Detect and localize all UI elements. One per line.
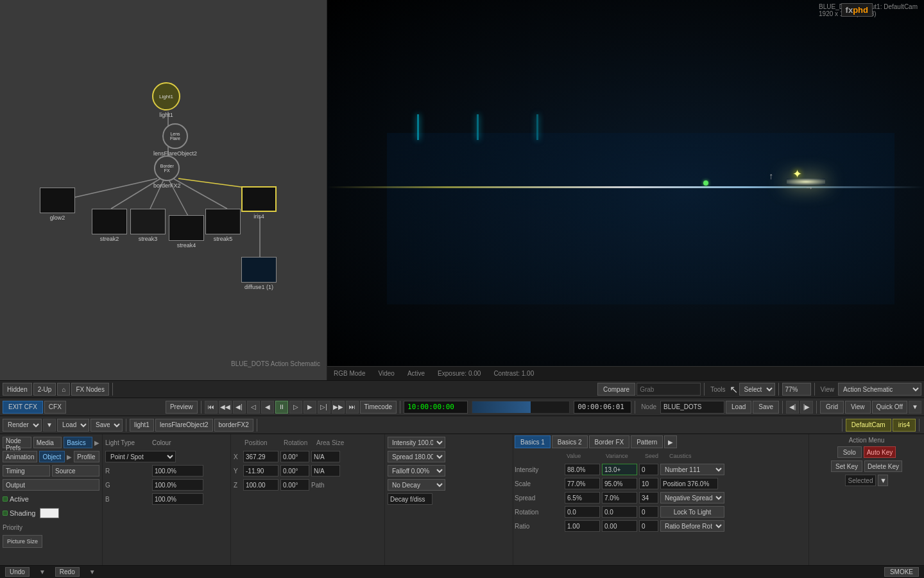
r-field[interactable]: [152, 465, 203, 477]
node-streak4[interactable]: streak4: [169, 215, 204, 249]
view-button[interactable]: View: [845, 401, 871, 414]
b-field[interactable]: [152, 493, 203, 505]
node-prefs-button[interactable]: Node Prefs: [3, 437, 31, 448]
y-rot-field[interactable]: [280, 465, 309, 477]
intensity-extra-dropdown[interactable]: Number 111: [660, 464, 724, 475]
x-pos-field[interactable]: [243, 451, 278, 462]
redo-button[interactable]: Redo: [55, 567, 80, 577]
transport-step-fwd[interactable]: ▷: [289, 401, 302, 414]
solo-button[interactable]: Solo: [837, 446, 862, 458]
nav-prev[interactable]: ◀|: [786, 401, 799, 414]
basics2-tab[interactable]: Basics 2: [552, 435, 588, 448]
z-rot-field[interactable]: [280, 479, 309, 491]
source-button[interactable]: Source: [52, 465, 99, 477]
intensity-dropdown[interactable]: Intensity 100.00%: [388, 437, 445, 448]
transport-end[interactable]: ⏭: [346, 401, 359, 414]
compare-button[interactable]: Compare: [597, 383, 635, 396]
transport-start[interactable]: ⏮: [205, 401, 218, 414]
selected-button[interactable]: Selected: [845, 475, 877, 486]
undo-dropdown-arrow[interactable]: ▼: [39, 568, 46, 575]
node-glow2[interactable]: glow2: [40, 188, 75, 221]
lensflare-tab[interactable]: lensFlareObject2: [155, 419, 213, 432]
home-button[interactable]: ⌂: [57, 383, 70, 396]
timeline-bar[interactable]: [472, 401, 570, 414]
ratio-seed-field[interactable]: [639, 520, 658, 532]
node-streak5[interactable]: streak5: [205, 209, 241, 242]
basics-more-button[interactable]: ▶: [664, 435, 677, 448]
spread-extra-dropdown[interactable]: Negative Spread: [660, 492, 724, 504]
falloff-dropdown[interactable]: Falloff 0.00%: [388, 465, 445, 477]
load-dropdown[interactable]: Load: [57, 419, 89, 432]
timecode-start-field[interactable]: [404, 401, 468, 414]
pattern-tab[interactable]: Pattern: [631, 435, 663, 448]
node-light1[interactable]: Light1 light1: [152, 82, 180, 118]
node-borderfx[interactable]: BorderFX borderFX2: [153, 155, 181, 189]
set-key-button[interactable]: Set Key: [831, 460, 862, 472]
ratio-extra-dropdown[interactable]: Ratio Before Rotati...: [660, 520, 724, 532]
iris4-tab[interactable]: iris4: [893, 419, 916, 432]
media-button[interactable]: Media: [33, 437, 62, 448]
scale-variance-field[interactable]: [602, 478, 637, 489]
ratio-value-field[interactable]: [565, 520, 600, 532]
z-pos-field[interactable]: [243, 479, 278, 491]
scene-arrow-up[interactable]: ↑: [769, 171, 773, 181]
border-fx-tab[interactable]: Border FX: [589, 435, 630, 448]
spread-value-field[interactable]: [565, 492, 600, 504]
auto-key-button[interactable]: Auto Key: [864, 446, 896, 458]
node-iris4[interactable]: iris4: [241, 186, 277, 220]
cfx-button[interactable]: CFX: [44, 401, 66, 414]
transport-next[interactable]: ▶▶: [332, 401, 345, 414]
scale-extra-field[interactable]: [660, 478, 718, 489]
decay-dropdown[interactable]: No Decay: [388, 479, 445, 491]
hidden-button[interactable]: Hidden: [3, 383, 32, 396]
render-dropdown[interactable]: Render: [3, 419, 42, 432]
light1-tab[interactable]: light1: [130, 419, 154, 432]
transport-pause[interactable]: ⏸: [275, 401, 288, 414]
transport-next-frame[interactable]: ▷|: [318, 401, 330, 414]
spread-variance-field[interactable]: [602, 492, 637, 504]
transport-play[interactable]: ▶: [304, 401, 316, 414]
redo-dropdown-arrow[interactable]: ▼: [89, 568, 96, 575]
rotation-seed-field[interactable]: [639, 506, 658, 518]
two-up-button[interactable]: 2-Up: [33, 383, 56, 396]
view-dropdown[interactable]: Action Schematic: [838, 383, 921, 396]
fx-nodes-button[interactable]: FX Nodes: [71, 383, 108, 396]
quick-off-dropdown[interactable]: ▼: [909, 401, 921, 414]
basics-button[interactable]: Basics: [64, 437, 92, 448]
node-streak2[interactable]: streak2: [92, 209, 127, 242]
spread-dropdown[interactable]: Spread 180.00°: [388, 451, 445, 462]
grid-button[interactable]: Grid: [820, 401, 844, 414]
animation-button[interactable]: Animation: [3, 451, 37, 462]
node-name-field[interactable]: [660, 401, 724, 414]
preview-button[interactable]: Preview: [166, 401, 198, 414]
scale-seed-field[interactable]: [639, 478, 658, 489]
borderfx-tab[interactable]: borderFX2: [214, 419, 253, 432]
object-button[interactable]: Object: [39, 451, 65, 462]
intensity-seed-field[interactable]: [639, 464, 658, 475]
save-dropdown[interactable]: Save: [90, 419, 123, 432]
exit-cfx-button[interactable]: EXIT CFX: [3, 401, 43, 414]
scene-arrow-right[interactable]: →: [805, 182, 814, 193]
lock-to-light-button[interactable]: Lock To Light: [660, 506, 724, 518]
node-streak3[interactable]: streak3: [130, 209, 166, 242]
zoom-field[interactable]: [782, 383, 811, 396]
quick-off-button[interactable]: Quick Off: [872, 401, 908, 414]
g-field[interactable]: [152, 479, 203, 491]
transport-prev[interactable]: ◀|: [233, 401, 246, 414]
transport-prev-key[interactable]: ◀◀: [219, 401, 232, 414]
timecode-end-field[interactable]: [574, 401, 631, 414]
transport-back[interactable]: ◀: [261, 401, 274, 414]
timing-button[interactable]: Timing: [3, 465, 50, 477]
transport-prev-frame[interactable]: ◁: [247, 401, 260, 414]
node-lensflare[interactable]: LensFlare lensFlareObject2: [153, 123, 197, 157]
x-area-field[interactable]: [311, 451, 340, 462]
render-dropdown-arrow[interactable]: ▼: [43, 419, 56, 432]
y-pos-field[interactable]: [243, 465, 278, 477]
defaultcam-tab[interactable]: DefaultCam: [846, 419, 891, 432]
basics1-tab[interactable]: Basics 1: [515, 435, 551, 448]
decay-val-field[interactable]: [388, 493, 432, 505]
delete-key-button[interactable]: Delete Key: [864, 460, 902, 472]
profile-button[interactable]: Profile: [74, 451, 99, 462]
nav-next[interactable]: |▶: [800, 401, 813, 414]
node-diffuse1[interactable]: diffuse1 (1): [241, 257, 277, 290]
